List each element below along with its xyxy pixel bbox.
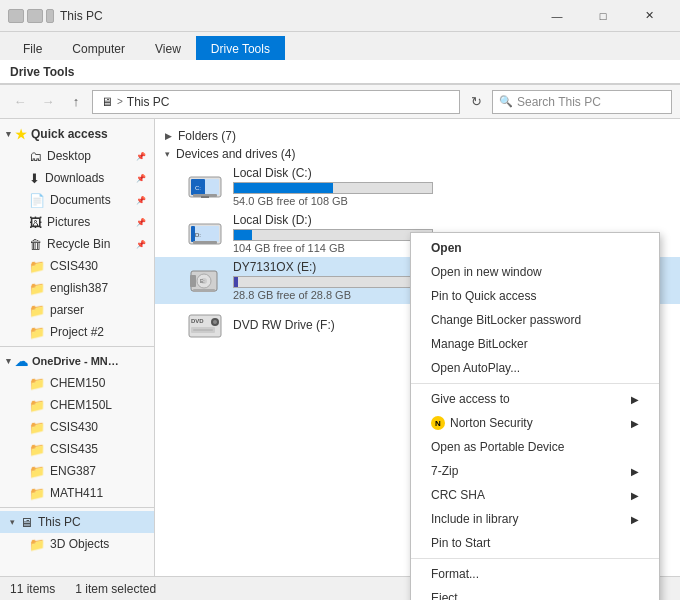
drive-e-bar — [233, 276, 433, 288]
ctx-arrow-icon2: ▶ — [631, 418, 639, 429]
ctx-manage-bitlocker[interactable]: Manage BitLocker — [411, 332, 659, 356]
downloads-icon: ⬇ — [29, 171, 40, 186]
folder-icon: 📁 — [29, 259, 45, 274]
drive-f-icon: DVD — [187, 307, 223, 343]
pin-icon: 📌 — [136, 152, 146, 161]
pictures-icon: 🖼 — [29, 215, 42, 230]
ctx-crc-sha[interactable]: CRC SHA ▶ — [411, 483, 659, 507]
tab-computer[interactable]: Computer — [57, 36, 140, 60]
folders-expand-icon: ▶ — [165, 131, 172, 141]
folder-icon: 📁 — [29, 325, 45, 340]
ctx-pin-to-start[interactable]: Pin to Start — [411, 531, 659, 555]
sidebar-item-downloads[interactable]: ⬇ Downloads 📌 — [0, 167, 154, 189]
sidebar-item-math411[interactable]: 📁 MATH411 — [0, 482, 154, 504]
sidebar-item-3d-objects[interactable]: 📁 3D Objects — [0, 533, 154, 555]
svg-text:DVD: DVD — [191, 318, 204, 324]
devices-section-header[interactable]: ▾ Devices and drives (4) — [155, 145, 680, 163]
drive-d-bar-fill — [234, 230, 252, 240]
ctx-give-access[interactable]: Give access to ▶ — [411, 387, 659, 411]
sidebar-item-csis430[interactable]: 📁 CSIS430 — [0, 255, 154, 277]
sidebar-item-project2[interactable]: 📁 Project #2 — [0, 321, 154, 343]
sidebar-od-csis430-label: CSIS430 — [50, 420, 98, 434]
ctx-norton-security[interactable]: N Norton Security ▶ — [411, 411, 659, 435]
onedrive-label: OneDrive - MNSC — [32, 355, 122, 367]
folder-icon: 📁 — [29, 303, 45, 318]
pin-icon: 📌 — [136, 174, 146, 183]
ctx-open-new-window[interactable]: Open in new window — [411, 260, 659, 284]
ctx-open-autoplay[interactable]: Open AutoPlay... — [411, 356, 659, 380]
close-button[interactable]: ✕ — [626, 0, 672, 32]
quick-access-toolbar-icon2 — [27, 9, 43, 23]
forward-button[interactable]: → — [36, 90, 60, 114]
ctx-include-library[interactable]: Include in library ▶ — [411, 507, 659, 531]
sidebar-item-desktop[interactable]: 🗂 Desktop 📌 — [0, 145, 154, 167]
item-count: 11 items — [10, 582, 55, 596]
minimize-button[interactable]: — — [534, 0, 580, 32]
sidebar-item-chem150l[interactable]: 📁 CHEM150L — [0, 394, 154, 416]
sidebar-item-csis435[interactable]: 📁 CSIS435 — [0, 438, 154, 460]
ctx-eject[interactable]: Eject — [411, 586, 659, 600]
ctx-open-portable[interactable]: Open as Portable Device — [411, 435, 659, 459]
svg-text:D:: D: — [195, 232, 201, 238]
svg-rect-4 — [201, 196, 209, 198]
search-box[interactable]: 🔍 Search This PC — [492, 90, 672, 114]
ctx-open[interactable]: Open — [411, 236, 659, 260]
svg-point-22 — [213, 320, 217, 324]
selected-count: 1 item selected — [75, 582, 156, 596]
onedrive-expand-icon: ▾ — [6, 356, 11, 366]
folders-section-header[interactable]: ▶ Folders (7) — [155, 127, 680, 145]
sidebar-section-onedrive[interactable]: ▾ ☁ OneDrive - MNSC — [0, 350, 154, 372]
back-button[interactable]: ← — [8, 90, 32, 114]
sidebar-chem150l-label: CHEM150L — [50, 398, 112, 412]
sidebar-item-od-csis430[interactable]: 📁 CSIS430 — [0, 416, 154, 438]
folder-icon: 📁 — [29, 537, 45, 552]
drive-c-size: 54.0 GB free of 108 GB — [233, 195, 664, 207]
sidebar-item-this-pc[interactable]: ▾ 🖥 This PC — [0, 511, 154, 533]
refresh-button[interactable]: ↻ — [464, 90, 488, 114]
devices-section-label: Devices and drives (4) — [176, 147, 295, 161]
ctx-change-bitlocker[interactable]: Change BitLocker password — [411, 308, 659, 332]
path-separator: > — [117, 96, 123, 107]
documents-icon: 📄 — [29, 193, 45, 208]
sidebar-desktop-label: Desktop — [47, 149, 91, 163]
sidebar-item-parser[interactable]: 📁 parser — [0, 299, 154, 321]
sidebar-item-eng387[interactable]: 📁 ENG387 — [0, 460, 154, 482]
sidebar-item-english387[interactable]: 📁 english387 — [0, 277, 154, 299]
ribbon-content: Drive Tools — [0, 60, 680, 84]
folder-icon: 📁 — [29, 442, 45, 457]
maximize-button[interactable]: □ — [580, 0, 626, 32]
sidebar-documents-label: Documents — [50, 193, 111, 207]
sidebar-3dobjects-label: 3D Objects — [50, 537, 109, 551]
sidebar-item-chem150[interactable]: 📁 CHEM150 — [0, 372, 154, 394]
desktop-icon: 🗂 — [29, 149, 42, 164]
ctx-pin-quick-access[interactable]: Pin to Quick access — [411, 284, 659, 308]
folder-icon: 📁 — [29, 281, 45, 296]
sidebar-section-quick-access[interactable]: ▾ ★ Quick access — [0, 123, 154, 145]
pin-icon: 📌 — [136, 196, 146, 205]
tab-file[interactable]: File — [8, 36, 57, 60]
sidebar-english387-label: english387 — [50, 281, 108, 295]
pin-icon: 📌 — [136, 240, 146, 249]
title-bar-left: This PC — [8, 9, 103, 23]
this-pc-expand-icon: ▾ — [10, 517, 15, 527]
drive-e-bar-fill — [234, 277, 238, 287]
address-path[interactable]: 🖥 > This PC — [92, 90, 460, 114]
sidebar-item-recycle-bin[interactable]: 🗑 Recycle Bin 📌 — [0, 233, 154, 255]
up-button[interactable]: ↑ — [64, 90, 88, 114]
sidebar-item-documents[interactable]: 📄 Documents 📌 — [0, 189, 154, 211]
tab-drive-tools[interactable]: Drive Tools — [196, 36, 285, 60]
ctx-7zip[interactable]: 7-Zip ▶ — [411, 459, 659, 483]
sidebar-item-pictures[interactable]: 🖼 Pictures 📌 — [0, 211, 154, 233]
ctx-separator-2 — [411, 558, 659, 559]
ribbon-tabs: File Computer View Drive Tools — [0, 32, 680, 60]
recycle-bin-icon: 🗑 — [29, 237, 42, 252]
quick-access-toolbar-icon3 — [46, 9, 54, 23]
ctx-format[interactable]: Format... — [411, 562, 659, 586]
folder-icon: 📁 — [29, 420, 45, 435]
tab-view[interactable]: View — [140, 36, 196, 60]
drive-c-name: Local Disk (C:) — [233, 166, 664, 180]
drive-c-info: Local Disk (C:) 54.0 GB free of 108 GB — [233, 166, 664, 207]
drive-d-bar — [233, 229, 433, 241]
drive-c-bar-fill — [234, 183, 333, 193]
drive-c-item[interactable]: C: Local Disk (C:) 54.0 GB free of 108 G… — [155, 163, 680, 210]
